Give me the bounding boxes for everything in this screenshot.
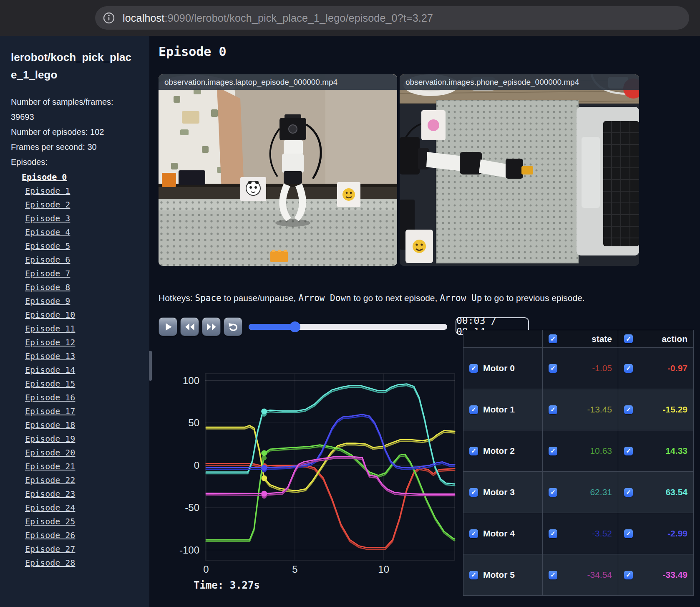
dataset-stats: Number of samples/frames: 39693 Number o…: [11, 94, 132, 169]
svg-text:-50: -50: [185, 502, 199, 513]
motor-rows: ✓Motor 0✓-1.05✓-0.97✓Motor 1✓-13.45✓-15.…: [463, 347, 693, 595]
url-host: localhost: [123, 12, 164, 24]
sidebar-episode-link[interactable]: Episode 8: [25, 281, 70, 294]
motor-label: Motor 0: [483, 363, 515, 373]
sidebar-episode-link[interactable]: Episode 18: [25, 418, 75, 432]
motor-checkbox[interactable]: ✓: [469, 488, 478, 497]
state-checkbox[interactable]: ✓: [549, 364, 557, 373]
sidebar-episode-link[interactable]: Episode 15: [25, 377, 75, 391]
sidebar-episode-link[interactable]: Episode 28: [25, 556, 75, 570]
video-caption-phone: observation.images.phone_episode_000000.…: [400, 74, 639, 90]
hotkey-key: Arrow Down: [298, 293, 351, 303]
episodes-heading: Episodes:: [11, 154, 132, 169]
action-value-cell: ✓-33.49: [618, 554, 693, 595]
sidebar-episode-link[interactable]: Episode 14: [25, 363, 75, 377]
state-value: -1.05: [592, 363, 612, 373]
state-checkbox[interactable]: ✓: [549, 488, 557, 497]
sidebar: lerobot/koch_pick_place_1_lego Number of…: [0, 36, 149, 607]
state-value-cell: ✓62.31: [542, 471, 618, 513]
sidebar-episode-link[interactable]: Episode 27: [25, 542, 75, 556]
state-checkbox[interactable]: ✓: [549, 529, 557, 538]
sidebar-episode-link[interactable]: Episode 20: [25, 446, 75, 460]
hotkey-text: to go to next episode,: [351, 293, 440, 303]
sidebar-episode-link[interactable]: Episode 0: [22, 170, 67, 184]
motor-checkbox[interactable]: ✓: [469, 364, 478, 373]
sidebar-episode-link[interactable]: Episode 6: [25, 253, 70, 267]
motor-checkbox[interactable]: ✓: [469, 447, 478, 455]
video-phone[interactable]: observation.images.phone_episode_000000.…: [400, 74, 639, 266]
action-value: -0.97: [667, 363, 687, 373]
state-checkbox[interactable]: ✓: [549, 571, 557, 579]
slider-thumb[interactable]: [290, 321, 300, 332]
video-laptop-scene: [159, 74, 397, 266]
sidebar-episode-link[interactable]: Episode 23: [25, 487, 75, 501]
rewind-button[interactable]: [180, 317, 199, 336]
loop-button[interactable]: [224, 317, 242, 336]
state-checkbox[interactable]: ✓: [549, 447, 557, 455]
video-phone-scene: [400, 74, 639, 266]
header-action-cell: ✓ action: [618, 330, 693, 347]
state-column-checkbox[interactable]: ✓: [549, 334, 557, 343]
action-checkbox[interactable]: ✓: [624, 447, 633, 455]
action-checkbox[interactable]: ✓: [624, 364, 633, 373]
sidebar-episode-link[interactable]: Episode 13: [25, 349, 75, 363]
sidebar-episode-link[interactable]: Episode 26: [25, 529, 75, 542]
state-value-cell: ✓-13.45: [542, 389, 618, 430]
motor-checkbox[interactable]: ✓: [469, 405, 478, 414]
emoji-box-pink: [421, 110, 446, 140]
url-text: localhost:9090/lerobot/koch_pick_place_1…: [123, 12, 433, 24]
motor-checkbox[interactable]: ✓: [469, 571, 478, 579]
sidebar-episode-link[interactable]: Episode 19: [25, 432, 75, 446]
action-value: 14.33: [665, 446, 687, 456]
motor-label-cell: ✓Motor 4: [463, 513, 542, 554]
sidebar-episode-link[interactable]: Episode 21: [25, 460, 75, 473]
sidebar-episode-link[interactable]: Episode 22: [25, 473, 75, 487]
sidebar-episode-link[interactable]: Episode 11: [25, 322, 75, 336]
sidebar-episode-link[interactable]: Episode 10: [25, 308, 75, 322]
motor-label: Motor 1: [483, 405, 515, 415]
sidebar-episode-link[interactable]: Episode 4: [25, 225, 70, 239]
video-seek-slider[interactable]: [249, 324, 447, 330]
fast-forward-button[interactable]: [202, 317, 221, 336]
sidebar-episode-link[interactable]: Episode 2: [25, 198, 70, 212]
play-button[interactable]: [159, 317, 177, 336]
video-laptop[interactable]: observation.images.laptop_episode_000000…: [159, 74, 397, 266]
motor-label-cell: ✓Motor 1: [463, 389, 542, 430]
motor-label-cell: ✓Motor 2: [463, 430, 542, 471]
svg-text:50: 50: [188, 417, 199, 428]
sidebar-episode-link[interactable]: Episode 9: [25, 294, 70, 308]
action-checkbox[interactable]: ✓: [624, 488, 633, 497]
sidebar-episode-link[interactable]: Episode 25: [25, 515, 75, 529]
action-column-checkbox[interactable]: ✓: [624, 334, 633, 343]
sidebar-episode-link[interactable]: Episode 24: [25, 501, 75, 515]
action-checkbox[interactable]: ✓: [624, 529, 633, 538]
sidebar-episode-link[interactable]: Episode 17: [25, 405, 75, 418]
motor-row: ✓Motor 2✓10.63✓14.33: [463, 430, 693, 471]
action-value: -15.29: [662, 405, 687, 415]
action-value-cell: ✓-0.97: [618, 347, 693, 389]
sidebar-episode-link[interactable]: Episode 12: [25, 336, 75, 349]
url-bar[interactable]: localhost:9090/lerobot/koch_pick_place_1…: [95, 6, 689, 30]
motor-checkbox[interactable]: ✓: [469, 529, 478, 538]
state-value-cell: ✓-3.52: [542, 513, 618, 554]
action-checkbox[interactable]: ✓: [624, 571, 633, 579]
laptop: [577, 107, 639, 255]
lego-baseplate: [436, 100, 578, 263]
motor-row: ✓Motor 1✓-13.45✓-15.29: [463, 389, 693, 430]
url-path: :9090/lerobot/koch_pick_place_1_lego/epi…: [164, 12, 433, 24]
sidebar-episode-link[interactable]: Episode 5: [25, 239, 70, 253]
stat-fps: Frames per second: 30: [11, 139, 132, 154]
sidebar-episode-link[interactable]: Episode 3: [25, 212, 70, 225]
scrollbar-thumb[interactable]: [149, 351, 152, 381]
action-value-cell: ✓-15.29: [618, 389, 693, 430]
sidebar-episode-link[interactable]: Episode 1: [25, 184, 70, 198]
episode-list: Episode 0Episode 1Episode 2Episode 3Epis…: [11, 170, 139, 570]
state-checkbox[interactable]: ✓: [549, 405, 557, 414]
sidebar-episode-link[interactable]: Episode 7: [25, 267, 70, 281]
state-value-cell: ✓-1.05: [542, 347, 618, 389]
site-info-icon[interactable]: [102, 11, 116, 25]
chart-time-label: Time: 3.27s: [194, 579, 260, 591]
action-checkbox[interactable]: ✓: [624, 405, 633, 414]
table-header-row: ✓ state ✓ action: [463, 330, 693, 347]
sidebar-episode-link[interactable]: Episode 16: [25, 391, 75, 405]
